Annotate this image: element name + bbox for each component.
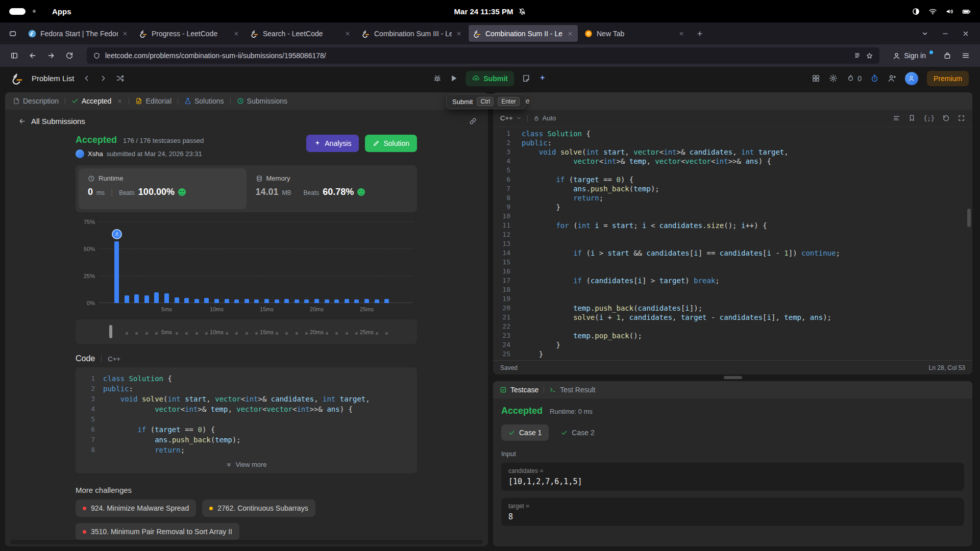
panel-resize-handle[interactable] (724, 376, 742, 379)
menu-icon (962, 52, 970, 60)
runtime-stat[interactable]: Runtime 0 ms | Beats 100.00% (79, 168, 247, 209)
list-all-tabs-button[interactable] (918, 27, 932, 41)
view-more-button[interactable]: View more (76, 458, 417, 470)
challenge-chip[interactable]: 2762. Continuous Subarrays (202, 499, 315, 517)
app-menu-button[interactable] (958, 47, 974, 64)
shuffle-icon[interactable] (116, 74, 125, 83)
problem-list-link[interactable]: Problem List (32, 74, 74, 83)
author-avatar[interactable] (76, 149, 84, 158)
field-value[interactable]: 8 (508, 512, 957, 521)
panel-tab-editorial[interactable]: Editorial (134, 97, 173, 105)
brackets-icon[interactable]: {;} (923, 115, 935, 122)
format-code-icon[interactable] (893, 114, 900, 122)
reload-button[interactable] (61, 47, 78, 64)
code-editor[interactable]: 1class Solution {2public:3 void solve(in… (493, 127, 972, 360)
reader-mode-icon[interactable] (853, 52, 861, 60)
panel-tab-solutions[interactable]: Solutions (183, 97, 225, 105)
challenge-chip[interactable]: 924. Minimize Malware Spread (76, 499, 196, 517)
apps-menu[interactable]: Apps (52, 7, 71, 16)
performance-card: Runtime 0 ms | Beats 100.00% Memory 14.0 (76, 165, 417, 212)
browser-tab[interactable]: Combination Sum III - Le (357, 25, 467, 42)
restore-code-icon[interactable] (942, 114, 950, 122)
chart-brush[interactable]: 5ms10ms15ms20ms25ms (76, 319, 417, 344)
firefox-view-button[interactable] (5, 26, 20, 41)
panel-tab-description[interactable]: Description (12, 97, 60, 105)
clock-menu[interactable]: Mar 24 11:35 PM (454, 7, 526, 16)
challenge-chip[interactable]: 3510. Minimum Pair Removal to Sort Array… (76, 523, 239, 540)
auto-save-indicator[interactable]: Auto (533, 114, 556, 122)
layout-grid-icon[interactable] (812, 74, 820, 83)
chevron-down-icon (921, 30, 928, 37)
leetcode-logo[interactable] (11, 72, 23, 85)
tab-close-icon[interactable] (122, 31, 128, 37)
forward-button[interactable] (43, 47, 59, 64)
system-status-area[interactable] (912, 7, 971, 16)
timer-icon[interactable] (870, 74, 879, 83)
editor-scrollbar[interactable] (967, 209, 971, 227)
chart-bar (214, 299, 219, 303)
ai-sparkle-icon[interactable] (538, 74, 547, 83)
settings-gear-icon[interactable] (829, 74, 838, 83)
bookmark-star-icon[interactable] (866, 52, 873, 60)
tab-close-icon[interactable] (678, 31, 684, 37)
bookmark-icon[interactable] (908, 114, 916, 122)
tab-close-icon[interactable] (567, 31, 573, 37)
tab-close-icon[interactable] (233, 31, 239, 37)
solution-button[interactable]: Solution (365, 135, 417, 152)
case-tab[interactable]: Case 2 (554, 424, 601, 441)
workspace-dot[interactable] (33, 10, 36, 13)
close-window-button[interactable] (959, 27, 973, 41)
tab-close-icon[interactable] (456, 31, 462, 37)
new-tab-button[interactable] (692, 26, 707, 41)
run-icon[interactable] (449, 74, 458, 83)
memory-stat[interactable]: Memory 14.01 MB Beats 60.78% (247, 168, 414, 209)
user-avatar[interactable] (905, 72, 918, 85)
next-problem-icon[interactable] (99, 74, 108, 83)
minimize-button[interactable] (938, 27, 952, 41)
invite-user-icon[interactable] (888, 74, 896, 83)
horizontal-scrollbar[interactable] (10, 540, 483, 544)
premium-button[interactable]: Premium (927, 71, 969, 86)
close-icon[interactable] (117, 98, 122, 104)
editor-toolbar: C++ Auto {;} (493, 110, 972, 127)
address-bar[interactable]: leetcode.com/problems/combination-sum-ii… (87, 47, 879, 64)
url-text[interactable]: leetcode.com/problems/combination-sum-ii… (105, 52, 849, 60)
tab-close-icon[interactable] (345, 31, 351, 37)
panel-tab-submissions[interactable]: Submissions (236, 97, 288, 105)
back-arrow-icon[interactable] (18, 117, 26, 125)
fullscreen-icon[interactable] (958, 114, 965, 122)
case-tab[interactable]: Case 1 (501, 424, 549, 441)
testcase-input-field[interactable]: candidates =[10,1,2,7,6,1,5] (501, 463, 964, 491)
streak-counter[interactable]: 0 (846, 74, 862, 83)
shield-icon[interactable] (93, 52, 101, 60)
browser-tab[interactable]: Combination Sum II - Le (469, 25, 578, 42)
workspace-indicator[interactable] (9, 8, 26, 15)
browser-tab[interactable]: Progress - LeetCode (135, 25, 244, 42)
panel-tab-accepted[interactable]: Accepted (70, 97, 124, 105)
debug-icon[interactable] (433, 74, 442, 83)
analysis-button[interactable]: Analysis (306, 135, 359, 152)
tab-testcase[interactable]: Testcase (500, 386, 538, 394)
author-name[interactable]: Xsha (88, 150, 103, 158)
sidebar-toggle-button[interactable] (6, 47, 22, 64)
description-panel: DescriptionAcceptedEditorialSolutionsSub… (5, 92, 488, 546)
back-button[interactable] (24, 47, 41, 64)
my-submission-marker[interactable] (112, 229, 122, 239)
browser-tab[interactable]: New Tab (580, 25, 689, 42)
browser-tab[interactable]: Fedora Start | The Fedor (23, 25, 133, 42)
sign-in-button[interactable]: Sign in (889, 47, 937, 64)
browser-tab[interactable]: Search - LeetCode (246, 25, 355, 42)
share-link-icon[interactable] (469, 117, 477, 125)
all-submissions-link[interactable]: All Submissions (31, 117, 85, 126)
prev-problem-icon[interactable] (82, 74, 91, 83)
testcase-input-field[interactable]: target =8 (501, 498, 964, 526)
tab-test-result[interactable]: Test Result (549, 386, 595, 394)
system-top-bar: Apps Mar 24 11:35 PM (0, 0, 980, 22)
input-label: Input (501, 450, 964, 458)
submit-button[interactable]: Submit (465, 71, 514, 86)
field-value[interactable]: [10,1,2,7,6,1,5] (508, 477, 957, 486)
brush-handle[interactable] (109, 325, 112, 338)
notes-icon[interactable] (522, 74, 531, 83)
language-selector[interactable]: C++ (500, 114, 522, 122)
extensions-button[interactable] (939, 47, 955, 64)
